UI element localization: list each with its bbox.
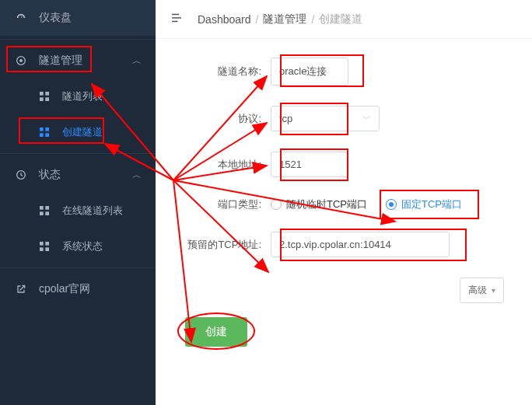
sidebar-item-tunnel-mgmt[interactable]: 隧道管理 ︿ — [0, 43, 156, 79]
svg-rect-4 — [40, 97, 44, 101]
radio-random-port[interactable]: 随机临时TCP端口 — [271, 197, 367, 211]
chevron-down-icon: ▾ — [492, 286, 495, 295]
input-reserved-tcp[interactable]: 2.tcp.vip.cpolar.cn:10414 — [271, 232, 450, 257]
svg-rect-11 — [40, 206, 44, 210]
sidebar-item-create-tunnel[interactable]: 创建隧道 — [0, 114, 156, 150]
target-icon — [14, 54, 28, 68]
external-link-icon — [14, 282, 28, 296]
sidebar-label-online-tunnels: 在线隧道列表 — [62, 204, 123, 218]
sidebar-item-online-tunnels[interactable]: 在线隧道列表 — [0, 193, 156, 229]
breadcrumb-sep: / — [311, 13, 314, 26]
select-protocol-value: tcp — [279, 113, 292, 124]
sidebar-label-tunnel-mgmt: 隧道管理 — [39, 54, 82, 68]
sidebar-label-cpolar-site: cpolar官网 — [39, 282, 90, 296]
radio-dot-icon — [271, 199, 282, 210]
svg-rect-5 — [45, 97, 49, 101]
svg-point-1 — [19, 59, 23, 62]
grid-icon — [37, 125, 51, 139]
svg-rect-14 — [45, 211, 49, 215]
sidebar-label-dashboard: 仪表盘 — [39, 11, 72, 25]
row-protocol: 协议: tcp ﹀ — [170, 106, 518, 131]
radio-fixed-port[interactable]: 固定TCP端口 — [386, 197, 462, 211]
radio-label-random: 随机临时TCP端口 — [286, 197, 367, 211]
grid-icon — [37, 204, 51, 218]
label-protocol: 协议: — [170, 112, 271, 126]
form-area: 隧道名称: oracle连接 协议: tcp ﹀ 本地地址: 1521 — [156, 39, 532, 367]
input-tunnel-name[interactable]: oracle连接 — [271, 58, 348, 86]
breadcrumb-leaf: 创建隧道 — [319, 12, 362, 26]
sidebar-item-status[interactable]: 状态 ︿ — [0, 157, 156, 193]
svg-rect-18 — [45, 247, 49, 251]
select-protocol[interactable]: tcp ﹀ — [271, 106, 380, 131]
sidebar-item-dashboard[interactable]: 仪表盘 — [0, 0, 156, 36]
row-port-type: 端口类型: 随机临时TCP端口 固定TCP端口 — [170, 197, 518, 211]
sidebar-label-create-tunnel: 创建隧道 — [62, 125, 103, 139]
radio-dot-icon — [386, 199, 397, 210]
grid-icon — [37, 239, 51, 253]
svg-rect-6 — [40, 127, 44, 131]
label-local-addr: 本地地址: — [170, 158, 271, 172]
label-tunnel-name: 隧道名称: — [170, 65, 271, 79]
row-local-addr: 本地地址: 1521 — [170, 152, 518, 177]
svg-rect-8 — [40, 133, 44, 137]
advanced-button[interactable]: 高级 ▾ — [460, 278, 504, 303]
chevron-up-icon: ︿ — [132, 169, 142, 182]
advanced-label: 高级 — [468, 284, 487, 297]
svg-rect-12 — [45, 206, 49, 210]
breadcrumb-root[interactable]: Dashboard — [198, 13, 251, 26]
svg-rect-17 — [40, 247, 44, 251]
sidebar: 仪表盘 隧道管理 ︿ 隧道列表 创建隧道 状态 ︿ 在线隧道列表 — [0, 0, 156, 405]
sidebar-label-status: 状态 — [39, 168, 61, 182]
gauge-icon — [14, 11, 28, 25]
radio-label-fixed: 固定TCP端口 — [401, 197, 462, 211]
sidebar-item-tunnel-list[interactable]: 隧道列表 — [0, 79, 156, 114]
sidebar-item-system-status[interactable]: 系统状态 — [0, 229, 156, 264]
sidebar-label-system-status: 系统状态 — [62, 239, 103, 253]
status-icon — [14, 168, 28, 182]
sidebar-item-cpolar-site[interactable]: cpolar官网 — [0, 271, 156, 307]
svg-rect-9 — [45, 133, 49, 137]
chevron-up-icon: ︿ — [132, 54, 142, 68]
main-panel: Dashboard / 隧道管理 / 创建隧道 隧道名称: oracle连接 协… — [156, 0, 532, 405]
menu-toggle-icon[interactable] — [170, 11, 184, 27]
chevron-down-icon: ﹀ — [362, 113, 371, 124]
row-tunnel-name: 隧道名称: oracle连接 — [170, 58, 518, 86]
grid-icon — [37, 89, 51, 103]
label-reserved-tcp: 预留的TCP地址: — [170, 238, 271, 252]
row-advanced: 高级 ▾ — [170, 278, 518, 303]
create-button[interactable]: 创建 — [185, 317, 247, 347]
row-reserved-tcp: 预留的TCP地址: 2.tcp.vip.cpolar.cn:10414 — [170, 232, 518, 257]
svg-rect-16 — [45, 242, 49, 246]
svg-rect-7 — [45, 127, 49, 131]
svg-rect-2 — [40, 92, 44, 96]
svg-rect-3 — [45, 92, 49, 96]
topbar: Dashboard / 隧道管理 / 创建隧道 — [156, 0, 532, 39]
input-local-addr[interactable]: 1521 — [271, 152, 348, 177]
svg-rect-15 — [40, 242, 44, 246]
breadcrumb-mid[interactable]: 隧道管理 — [263, 12, 306, 26]
svg-rect-13 — [40, 211, 44, 215]
label-port-type: 端口类型: — [170, 197, 271, 211]
row-create: 创建 — [170, 317, 518, 347]
breadcrumb-sep: / — [256, 13, 259, 26]
radio-group-port-type: 随机临时TCP端口 固定TCP端口 — [271, 197, 462, 211]
sidebar-label-tunnel-list: 隧道列表 — [62, 89, 103, 103]
